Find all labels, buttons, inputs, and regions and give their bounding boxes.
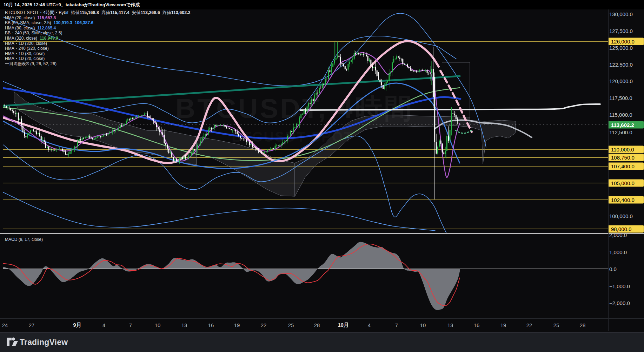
pane-left-border	[3, 9, 3, 331]
time-tick-label: 19	[234, 322, 240, 328]
macd-pane[interactable]	[0, 242, 608, 310]
time-tick-label: 4	[368, 322, 371, 328]
time-tick-label: 28	[580, 322, 586, 328]
indicator-legend: BTCUSDT SPOT・4時間・Bybit 始値115,168.8 高値115…	[5, 10, 191, 67]
green-dotted-arc	[456, 130, 472, 133]
legend-row-value: 112,865.4	[37, 26, 56, 31]
ichimoku-cloud	[295, 115, 434, 196]
legend-row[interactable]: BB・240 (50, SMA, close, 2.5)	[5, 31, 191, 36]
legend-row-label: HMA (80, close)	[5, 26, 35, 31]
legend-row[interactable]: HMA・1D (80, close)	[5, 51, 191, 56]
legend-row[interactable]: HMA・240 (320, close)	[5, 46, 191, 51]
legend-row-label: BB・240 (50, SMA, close, 2.5)	[5, 31, 62, 35]
price-tick-label: 100,000.0	[609, 213, 633, 219]
time-tick-label: 19	[500, 322, 506, 328]
macd-tick-label: 0.0	[609, 266, 617, 272]
time-tick-label: 13	[447, 322, 453, 328]
legend-row-label: HMA・1D (80, close)	[5, 51, 45, 56]
level-price-label: 108,750.0	[608, 154, 644, 161]
legend-row[interactable]: HMA・1D (320, close)	[5, 41, 191, 46]
legend-row-label: HMA・1D (320, close)	[5, 41, 47, 46]
footer-bar: TradingView	[0, 332, 644, 352]
legend-row-value: 118,949.9	[40, 36, 58, 41]
legend-row[interactable]: HMA・1D (20, close)	[5, 56, 191, 61]
price-tick-label: 112,500.0	[609, 129, 632, 135]
macd-legend-row[interactable]: MACD (9, 17, close)	[5, 237, 43, 242]
macd-tick-label: 2,000.0	[609, 232, 627, 238]
time-scale[interactable]: 24279月471013161922252810月471013161922252…	[0, 318, 608, 331]
tradingview-snapshot: 10月 14, 2025 12:46 UTC+9、takatabaがTradin…	[0, 0, 644, 352]
legend-row[interactable]: 一目均衡表® (9, 26, 52, 26)	[5, 61, 191, 67]
symbol-name: BTCUSDT SPOT	[5, 10, 39, 15]
time-tick-label: 10	[155, 322, 161, 328]
level-price-label: 110,000.0	[608, 146, 644, 153]
legend-row[interactable]: HMA (80, close)112,865.4	[5, 26, 191, 31]
price-tick-label: 122,500.0	[609, 62, 633, 68]
legend-row-label: 一目均衡表® (9, 26, 52, 26)	[5, 61, 57, 66]
level-price-label: 98,000.0	[608, 225, 644, 233]
time-tick-label: 28	[314, 322, 320, 328]
price-tick-label: 120,000.0	[609, 78, 633, 84]
time-axis-border	[0, 318, 644, 319]
close-value: 113,602.2	[171, 10, 191, 15]
legend-row-label: HMA・240 (320, close)	[5, 46, 49, 51]
price-tick-label: 125,000.0	[609, 45, 633, 51]
time-tick-label: 25	[288, 322, 294, 328]
exchange-label: Bybit	[59, 10, 68, 15]
low-value: 113,268.6	[141, 10, 160, 15]
high-value: 115,417.4	[110, 10, 130, 15]
macd-tick-label: −2,000.0	[609, 300, 630, 306]
price-tick-label: 127,500.0	[609, 28, 633, 34]
time-tick-label: 7	[395, 322, 398, 328]
interval-label: 4時間	[43, 10, 54, 15]
tradingview-logo-icon[interactable]	[6, 337, 18, 347]
time-tick-label: 13	[181, 322, 187, 328]
macd-histogram-area	[0, 242, 460, 310]
legend-row[interactable]: BB (50, SMA, close, 2.5)130,919.3106,387…	[5, 20, 191, 26]
level-price-label: 105,000.0	[608, 180, 644, 187]
time-month-label: 9月	[73, 321, 81, 328]
symbol-legend-row[interactable]: BTCUSDT SPOT・4時間・Bybit 始値115,168.8 高値115…	[5, 10, 191, 15]
macd-tick-label: −1,000.0	[609, 283, 630, 289]
white-flat-line-line	[300, 104, 600, 110]
time-month-label: 10月	[338, 321, 349, 328]
legend-row-value: 106,387.6	[75, 20, 93, 25]
legend-row-value: 115,657.8	[37, 15, 56, 20]
time-tick-label: 27	[29, 322, 35, 328]
tradingview-wordmark[interactable]: TradingView	[20, 338, 68, 347]
level-price-label: 107,400.0	[608, 163, 644, 170]
level-price-label: 126,000.0	[608, 38, 644, 45]
price-tick-label: 115,000.0	[609, 112, 632, 118]
legend-row[interactable]: HMA (20, close)115,657.8	[5, 15, 191, 21]
legend-row-label: HMA・1D (20, close)	[5, 56, 45, 61]
axis-border	[608, 9, 609, 331]
price-tick-label: 130,000.0	[609, 11, 633, 17]
time-tick-label: 22	[261, 322, 267, 328]
macd-tick-label: 1,000.0	[609, 249, 627, 255]
legend-row-label: HMA (320, close)	[5, 36, 37, 41]
legend-row-label: BB (50, SMA, close, 2.5)	[5, 20, 51, 25]
bb240-lower-line	[3, 192, 435, 231]
price-tick-label: 117,500.0	[609, 95, 632, 101]
time-tick-label: 16	[474, 322, 480, 328]
time-tick-label: 25	[553, 322, 559, 328]
last-price-label: 113,602.2	[608, 121, 644, 129]
time-tick-label: 10	[420, 322, 426, 328]
time-tick-label: 7	[129, 322, 132, 328]
open-value: 115,168.8	[80, 10, 99, 15]
time-tick-label: 4	[102, 322, 105, 328]
legend-row-label: HMA (20, close)	[5, 15, 35, 20]
legend-row-value: 130,919.3	[53, 20, 72, 25]
legend-row[interactable]: HMA (320, close)118,949.9	[5, 36, 191, 41]
time-tick-label: 22	[526, 322, 532, 328]
time-tick-label: 16	[208, 322, 214, 328]
level-price-label: 102,400.0	[608, 196, 644, 204]
